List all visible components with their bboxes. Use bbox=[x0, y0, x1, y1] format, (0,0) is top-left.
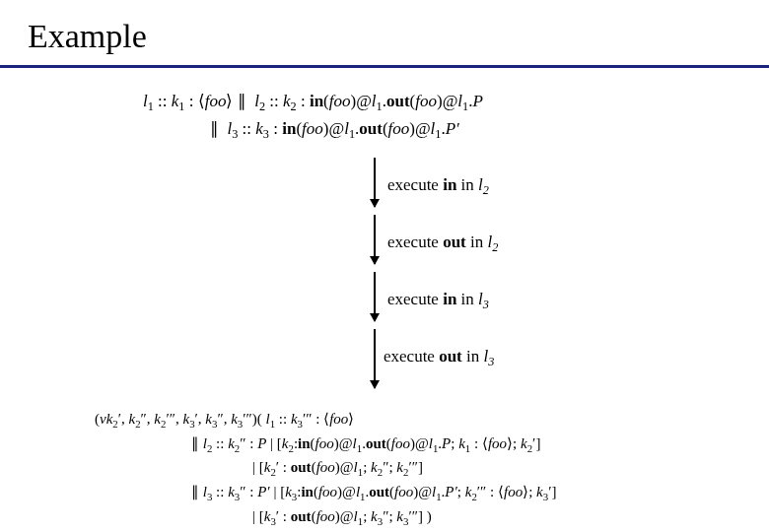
step-3: execute in in l3 bbox=[387, 290, 489, 312]
step-sub: 2 bbox=[492, 240, 498, 254]
step-op: out bbox=[439, 347, 462, 366]
step-mid: in bbox=[462, 347, 484, 366]
step-prefix: execute bbox=[387, 290, 443, 308]
formula-result-line4: ∥ l3 :: k3″ : P′ | [k3:in(foo)@l1.out(fo… bbox=[95, 481, 556, 505]
slide: Example l1 :: k1 : ⟨foo⟩ ∥ l2 :: k2 : in… bbox=[0, 0, 769, 532]
step-sub: 2 bbox=[483, 183, 489, 197]
step-1: execute in in l2 bbox=[387, 175, 489, 198]
step-prefix: execute bbox=[387, 175, 443, 194]
step-mid: in bbox=[466, 233, 488, 251]
step-prefix: execute bbox=[387, 233, 443, 251]
step-prefix: execute bbox=[384, 347, 439, 366]
step-sub: 3 bbox=[488, 355, 494, 368]
title-divider bbox=[0, 65, 769, 68]
formula-result: (νk2′, k2″, k2′″, k3′, k3″, k3′″)( l1 ::… bbox=[95, 408, 556, 530]
step-4: execute out in l3 bbox=[384, 347, 494, 369]
arrow-icon bbox=[374, 215, 376, 264]
step-op: out bbox=[443, 233, 466, 251]
formula-result-line2: ∥ l2 :: k2″ : P | [k2:in(foo)@l1.out(foo… bbox=[95, 432, 556, 457]
formula-initial: l1 :: k1 : ⟨foo⟩ ∥ l2 :: k2 : in(foo)@l1… bbox=[143, 89, 483, 145]
step-op: in bbox=[443, 175, 456, 194]
step-mid: in bbox=[456, 290, 478, 308]
step-2: execute out in l2 bbox=[387, 233, 498, 255]
formula-result-line5: | [k3′ : out(foo)@l1; k3″; k3′″] ) bbox=[95, 505, 556, 530]
formula-result-line3: | [k2′ : out(foo)@l1; k2″; k2′″] bbox=[95, 456, 556, 481]
formula-initial-line1: l1 :: k1 : ⟨foo⟩ ∥ l2 :: k2 : in(foo)@l1… bbox=[143, 89, 483, 116]
arrow-icon bbox=[374, 158, 376, 207]
page-title: Example bbox=[28, 18, 147, 55]
formula-initial-line2: ∥ l3 :: k3 : in(foo)@l1.out(foo)@l1.P′ bbox=[143, 116, 483, 144]
step-op: in bbox=[443, 290, 456, 308]
step-sub: 3 bbox=[483, 298, 489, 311]
reduction-arrows bbox=[368, 158, 382, 394]
formula-result-line1: (νk2′, k2″, k2′″, k3′, k3″, k3′″)( l1 ::… bbox=[95, 408, 556, 432]
arrow-icon bbox=[374, 329, 376, 388]
step-mid: in bbox=[456, 175, 478, 194]
arrow-icon bbox=[374, 272, 376, 321]
